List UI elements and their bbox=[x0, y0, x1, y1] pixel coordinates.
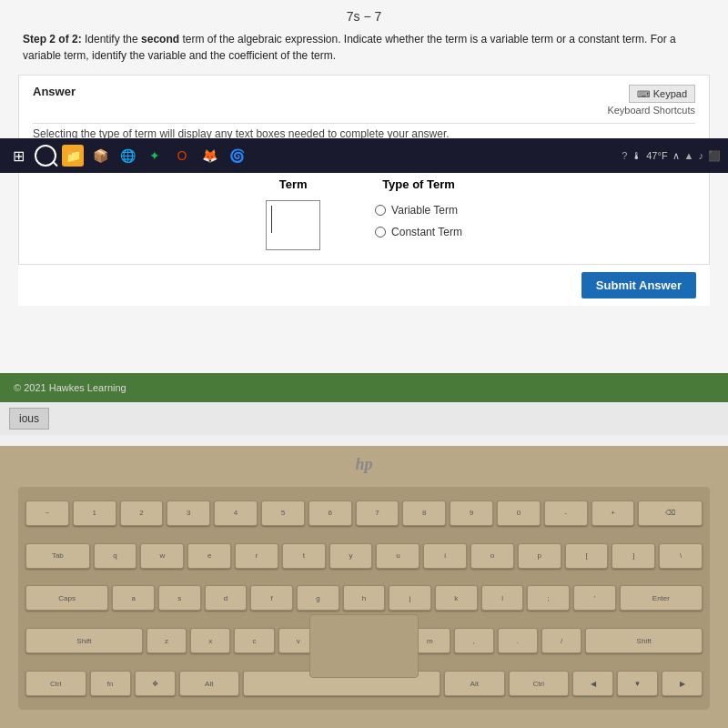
key-h[interactable]: h bbox=[343, 585, 386, 611]
key-arrow-right[interactable]: ▶ bbox=[662, 671, 703, 696]
key-minus[interactable]: - bbox=[544, 500, 588, 526]
key-row-1: ~ 1 2 3 4 5 6 7 8 9 0 - + ⌫ bbox=[25, 494, 703, 532]
step-prefix: Step 2 of 2: bbox=[23, 33, 85, 46]
expression: 7s − 7 bbox=[18, 9, 710, 24]
key-c[interactable]: c bbox=[234, 628, 274, 653]
key-e[interactable]: e bbox=[187, 543, 231, 569]
keypad-area: ⌨ Keypad Keyboard Shortcuts bbox=[607, 85, 695, 116]
key-y[interactable]: y bbox=[329, 543, 373, 569]
taskbar-edge[interactable]: 🌐 bbox=[116, 145, 138, 167]
key-tab[interactable]: Tab bbox=[25, 543, 90, 569]
key-l[interactable]: l bbox=[481, 585, 524, 611]
temperature: 47°F bbox=[646, 150, 667, 161]
network-icon[interactable]: ▲ bbox=[684, 150, 694, 161]
key-quote[interactable]: ' bbox=[573, 585, 616, 611]
touchpad[interactable] bbox=[309, 614, 419, 678]
key-ctrl-left[interactable]: Ctrl bbox=[25, 671, 86, 696]
key-alt-left[interactable]: Alt bbox=[179, 671, 240, 696]
help-icon[interactable]: ? bbox=[622, 150, 627, 161]
key-backslash[interactable]: \ bbox=[659, 543, 703, 569]
key-alt-right[interactable]: Alt bbox=[444, 671, 505, 696]
key-win[interactable]: ❖ bbox=[135, 671, 176, 696]
laptop-screen: 7s − 7 Step 2 of 2: Identify the second … bbox=[0, 0, 728, 446]
key-x[interactable]: x bbox=[190, 628, 230, 653]
content-area: 7s − 7 Step 2 of 2: Identify the second … bbox=[0, 0, 728, 373]
taskbar-app2[interactable]: 🌀 bbox=[226, 145, 248, 167]
key-period[interactable]: . bbox=[498, 628, 538, 653]
taskbar-dropbox[interactable]: 📦 bbox=[89, 145, 111, 167]
answer-label: Answer bbox=[33, 85, 76, 98]
key-slash[interactable]: / bbox=[541, 628, 581, 653]
key-shift-right[interactable]: Shift bbox=[585, 628, 703, 653]
taskbar-search[interactable] bbox=[35, 145, 56, 167]
taskbar: ⊞ 📁 📦 🌐 ✦ O 🦊 🌀 ? 🌡 47°F ∧ ▲ ♪ ⬛ bbox=[0, 138, 728, 173]
key-caps[interactable]: Caps bbox=[25, 585, 108, 611]
key-semicolon[interactable]: ; bbox=[527, 585, 570, 611]
chevron-up-icon[interactable]: ∧ bbox=[672, 150, 680, 162]
key-shift-left[interactable]: Shift bbox=[25, 628, 143, 653]
key-4[interactable]: 4 bbox=[214, 500, 258, 526]
key-row-3: Caps a s d f g h j k l ; ' Enter bbox=[25, 580, 703, 618]
key-u[interactable]: u bbox=[376, 543, 420, 569]
key-f[interactable]: f bbox=[250, 585, 293, 611]
key-0[interactable]: 0 bbox=[497, 500, 541, 526]
key-backspace[interactable]: ⌫ bbox=[638, 500, 703, 526]
variable-term-option[interactable]: Variable Term bbox=[375, 204, 458, 217]
key-9[interactable]: 9 bbox=[450, 500, 493, 526]
variable-radio[interactable] bbox=[375, 205, 386, 216]
key-8[interactable]: 8 bbox=[402, 500, 446, 526]
key-i[interactable]: i bbox=[423, 543, 467, 569]
taskbar-firefox[interactable]: 🦊 bbox=[198, 145, 220, 167]
keypad-button[interactable]: ⌨ Keypad bbox=[629, 85, 695, 103]
key-lbracket[interactable]: [ bbox=[565, 543, 609, 569]
type-options: Variable Term Constant Term bbox=[375, 200, 462, 238]
key-z[interactable]: z bbox=[147, 628, 187, 653]
key-g[interactable]: g bbox=[297, 585, 339, 611]
key-arrow-left[interactable]: ◀ bbox=[572, 671, 613, 696]
type-col: Type of Term Variable Term Constant Term bbox=[375, 177, 462, 238]
key-1[interactable]: 1 bbox=[73, 500, 116, 526]
key-j[interactable]: j bbox=[389, 585, 431, 611]
term-col: Term bbox=[266, 177, 320, 250]
key-comma[interactable]: , bbox=[454, 628, 494, 653]
constant-term-option[interactable]: Constant Term bbox=[375, 226, 462, 238]
key-o[interactable]: o bbox=[470, 543, 514, 569]
key-r[interactable]: r bbox=[235, 543, 278, 569]
key-p[interactable]: p bbox=[518, 543, 561, 569]
key-5[interactable]: 5 bbox=[261, 500, 305, 526]
term-table: Term Type of Term Variable Term bbox=[266, 177, 462, 250]
key-tilde[interactable]: ~ bbox=[25, 500, 69, 526]
laptop-body: hp ~ 1 2 3 4 5 6 7 8 9 0 - + ⌫ Tab q w e… bbox=[0, 446, 728, 728]
start-button[interactable]: ⊞ bbox=[7, 145, 29, 167]
key-k[interactable]: k bbox=[435, 585, 478, 611]
key-plus[interactable]: + bbox=[592, 500, 635, 526]
key-rbracket[interactable]: ] bbox=[612, 543, 655, 569]
submit-button[interactable]: Submit Answer bbox=[581, 272, 696, 298]
key-enter[interactable]: Enter bbox=[620, 585, 703, 611]
taskbar-files[interactable]: 📁 bbox=[62, 145, 84, 167]
key-s[interactable]: s bbox=[158, 585, 201, 611]
key-3[interactable]: 3 bbox=[167, 500, 210, 526]
keyboard-shortcuts-link[interactable]: Keyboard Shortcuts bbox=[607, 105, 695, 116]
taskbar-office[interactable]: O bbox=[171, 145, 193, 167]
key-2[interactable]: 2 bbox=[120, 500, 164, 526]
key-t[interactable]: t bbox=[282, 543, 326, 569]
key-a[interactable]: a bbox=[112, 585, 155, 611]
taskbar-app1[interactable]: ✦ bbox=[144, 145, 166, 167]
key-q[interactable]: q bbox=[94, 543, 137, 569]
key-w[interactable]: w bbox=[140, 543, 184, 569]
key-ctrl-right[interactable]: Ctrl bbox=[509, 671, 570, 696]
constant-radio[interactable] bbox=[375, 227, 386, 238]
key-7[interactable]: 7 bbox=[356, 500, 399, 526]
type-col-header: Type of Term bbox=[382, 177, 455, 191]
keypad-label: Keypad bbox=[653, 88, 687, 99]
speaker-icon[interactable]: ♪ bbox=[699, 150, 704, 161]
key-6[interactable]: 6 bbox=[308, 500, 352, 526]
key-fn[interactable]: fn bbox=[90, 671, 131, 696]
term-input-box[interactable] bbox=[266, 200, 320, 250]
step-intro: Identify the bbox=[85, 33, 141, 46]
previous-button[interactable]: ious bbox=[9, 408, 49, 430]
key-arrow-down[interactable]: ▼ bbox=[617, 671, 658, 696]
key-d[interactable]: d bbox=[205, 585, 248, 611]
footer-bar: © 2021 Hawkes Learning bbox=[0, 373, 728, 402]
